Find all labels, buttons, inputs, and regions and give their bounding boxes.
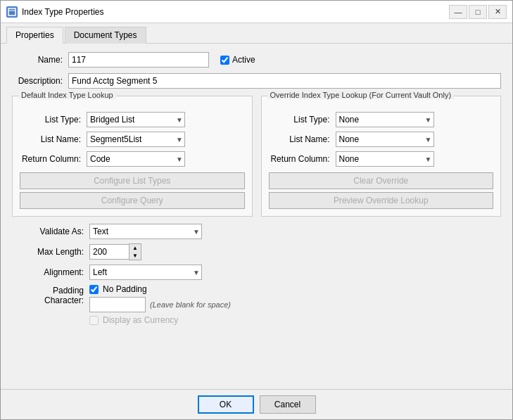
default-btn-row: Configure List Types Configure Query [20, 172, 245, 209]
no-padding-label: No Padding [103, 284, 147, 294]
override-return-col-label: Return Column: [269, 154, 336, 164]
spinner-up-button[interactable]: ▲ [129, 244, 141, 252]
default-list-name-row: List Name: Segment5List ▼ [20, 132, 245, 147]
padding-char-input[interactable] [89, 297, 146, 312]
spinner-down-button[interactable]: ▼ [129, 252, 141, 260]
default-return-col-select[interactable]: Code [87, 151, 185, 167]
bottom-section: Validate As: Text Number Date ▼ Max Leng… [12, 224, 501, 325]
default-return-col-label: Return Column: [20, 154, 87, 164]
tab-document-types[interactable]: Document Types [65, 27, 146, 44]
no-padding-row: No Padding [89, 284, 231, 294]
override-btn-row: Clear Override Preview Override Lookup [269, 172, 494, 209]
close-button[interactable]: ✕ [488, 5, 507, 19]
default-return-col-row: Return Column: Code ▼ [20, 151, 245, 167]
title-bar-left: Index Type Properties [6, 6, 104, 18]
override-return-col-row: Return Column: None ▼ [269, 151, 494, 167]
override-list-type-wrapper: None Bridged List Simple List ▼ [336, 112, 434, 127]
default-list-name-label: List Name: [20, 134, 87, 144]
content-area: Name: Active Description: Default Index … [1, 44, 512, 389]
default-lookup-title: Default Index Type Lookup [18, 91, 116, 99]
alignment-row: Alignment: Left Center Right ▼ [12, 265, 501, 280]
override-list-name-select[interactable]: None [336, 132, 434, 147]
default-return-col-wrapper: Code ▼ [87, 151, 185, 167]
padding-row: Padding Character: No Padding (Leave bla… [12, 284, 501, 325]
restore-button[interactable]: □ [469, 5, 487, 19]
alignment-label: Alignment: [12, 267, 89, 277]
override-list-name-row: List Name: None ▼ [269, 132, 494, 147]
override-lookup-title: Override Index Type Lookup (For Current … [267, 91, 455, 99]
default-lookup-group: Default Index Type Lookup List Type: Bri… [12, 96, 253, 217]
configure-query-button[interactable]: Configure Query [20, 192, 245, 209]
no-padding-checkbox[interactable] [89, 285, 99, 294]
override-list-name-wrapper: None ▼ [336, 132, 434, 147]
active-checkbox[interactable] [220, 56, 229, 65]
cancel-button[interactable]: Cancel [260, 395, 316, 414]
description-input[interactable] [68, 73, 501, 89]
title-buttons: — □ ✕ [449, 5, 507, 19]
override-return-col-select[interactable]: None [336, 151, 434, 167]
padding-hint: (Leave blank for space) [150, 300, 231, 309]
currency-checkbox[interactable] [89, 316, 99, 325]
default-list-type-label: List Type: [20, 115, 87, 125]
window-icon [6, 6, 18, 18]
padding-input-row: (Leave blank for space) [89, 297, 231, 312]
window-title: Index Type Properties [22, 7, 104, 17]
description-label: Description: [12, 76, 68, 86]
configure-types-button[interactable]: Configure List Types [20, 172, 245, 189]
max-length-row: Max Length: ▲ ▼ [12, 243, 501, 260]
default-list-name-select[interactable]: Segment5List [87, 132, 185, 147]
alignment-select[interactable]: Left Center Right [89, 265, 202, 280]
validate-as-row: Validate As: Text Number Date ▼ [12, 224, 501, 239]
minimize-button[interactable]: — [449, 5, 467, 19]
override-list-type-row: List Type: None Bridged List Simple List… [269, 112, 494, 127]
currency-row: Display as Currency [89, 315, 231, 325]
main-window: Index Type Properties — □ ✕ Properties D… [0, 0, 513, 420]
override-return-col-wrapper: None ▼ [336, 151, 434, 167]
footer: OK Cancel [1, 389, 512, 419]
validate-as-wrapper: Text Number Date ▼ [89, 224, 202, 239]
override-list-type-label: List Type: [269, 115, 336, 125]
padding-label: Padding Character: [12, 284, 89, 305]
active-checkbox-row: Active [220, 55, 255, 65]
max-length-spinner: ▲ ▼ [89, 243, 141, 260]
padding-section: No Padding (Leave blank for space) Displ… [89, 284, 231, 325]
name-label: Name: [12, 55, 68, 65]
name-row: Name: Active [12, 52, 501, 68]
max-length-label: Max Length: [12, 247, 89, 257]
default-list-type-row: List Type: Bridged List None Simple List… [20, 112, 245, 127]
preview-override-button[interactable]: Preview Override Lookup [269, 192, 494, 209]
title-bar: Index Type Properties — □ ✕ [1, 1, 512, 23]
override-lookup-group: Override Index Type Lookup (For Current … [261, 96, 502, 217]
spinner-buttons: ▲ ▼ [129, 243, 141, 260]
default-list-name-wrapper: Segment5List ▼ [87, 132, 185, 147]
override-list-name-label: List Name: [269, 134, 336, 144]
ok-button[interactable]: OK [198, 395, 254, 414]
name-input[interactable] [68, 52, 209, 68]
currency-label: Display as Currency [103, 315, 178, 325]
default-list-type-select[interactable]: Bridged List None Simple List [87, 112, 185, 127]
validate-as-label: Validate As: [12, 227, 89, 236]
svg-rect-0 [8, 8, 15, 15]
lookup-groups: Default Index Type Lookup List Type: Bri… [12, 96, 501, 217]
tab-properties[interactable]: Properties [6, 27, 63, 44]
max-length-input[interactable] [89, 244, 129, 260]
description-row: Description: [12, 73, 501, 89]
override-list-type-select[interactable]: None Bridged List Simple List [336, 112, 434, 127]
validate-as-select[interactable]: Text Number Date [89, 224, 202, 239]
clear-override-button[interactable]: Clear Override [269, 172, 494, 189]
tab-bar: Properties Document Types [1, 23, 512, 44]
alignment-wrapper: Left Center Right ▼ [89, 265, 202, 280]
default-list-type-wrapper: Bridged List None Simple List ▼ [87, 112, 185, 127]
active-label: Active [232, 55, 255, 65]
